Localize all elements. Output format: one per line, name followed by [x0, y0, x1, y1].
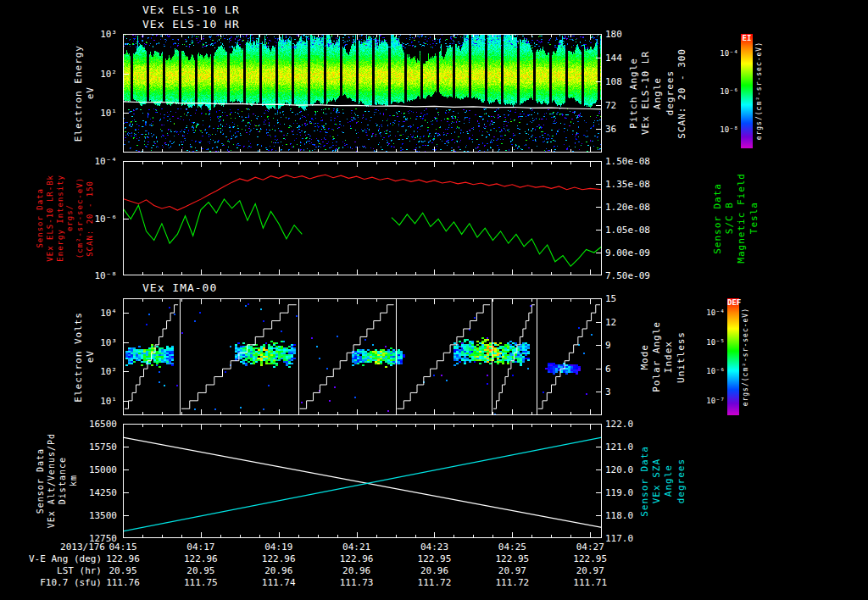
- p2-right-tick-label: 1.35e-08: [605, 180, 650, 189]
- vl-p4-left-line: VEx Alt/Venus/Pd: [47, 433, 57, 528]
- time-tick-label: 04:25: [498, 542, 526, 552]
- vl-p3-right-line: Mode: [639, 344, 650, 370]
- annotation-row-value: 122.96: [184, 554, 218, 564]
- panel3-right-axis-label: ModePolar AngleIndexUnitless: [639, 298, 687, 415]
- time-tick-label: 04:21: [342, 542, 370, 552]
- vl-p2-right-line: Magnetic Field: [736, 173, 747, 264]
- p1-left-tick-label: 10³: [100, 30, 117, 39]
- annotation-row-value: 122.96: [340, 554, 374, 564]
- vl-p4-left-line: Distance: [58, 457, 68, 504]
- vl-p3-right-line: Polar Angle: [651, 321, 662, 392]
- colorbar-els: EI: [741, 34, 753, 148]
- panel4-right-axis-label: Sensor DataVEx SZAAngledegrees: [639, 424, 687, 538]
- vl-p4-right-line: Sensor Data: [639, 446, 650, 517]
- p4-right-tick-label: 120.0: [605, 465, 633, 475]
- p2-left-tick-label: 10⁻⁶: [95, 214, 118, 223]
- p4-left-tick-label: 13500: [89, 511, 117, 520]
- vl-p3-left-line: eV: [85, 350, 96, 363]
- p4-left-tick-label: 15000: [89, 465, 117, 475]
- vl-p4-left-line: Sensor Data: [36, 448, 46, 514]
- p1-right-tick-label: 180: [605, 30, 622, 39]
- vl-p4-right-line: Angle: [663, 464, 674, 497]
- date-label: 2013/176: [60, 542, 105, 552]
- intensity-bfield-canvas: [123, 161, 602, 275]
- vl-p2-left-line: VEx ELS-10 LR-Bk: [46, 175, 55, 262]
- p3-right-tick-label: 9: [605, 341, 611, 350]
- p1-left-tick-label: 10¹: [100, 108, 117, 118]
- vl-p3-right-line: Unitless: [676, 331, 687, 383]
- vl-p2-left-line: (cm²-sr-sec-eV): [75, 177, 85, 258]
- p4-left-tick-label: 14250: [89, 488, 117, 497]
- p3-left-tick-label: 10¹: [100, 396, 117, 405]
- p2-left-tick-label: 10⁻⁸: [95, 271, 118, 281]
- vl-p2-left-line: ergs/: [65, 204, 75, 231]
- p1-right-tick-label: 144: [605, 53, 622, 63]
- annotation-row-value: 111.72: [418, 578, 452, 587]
- p1-right-tick-label: 36: [605, 125, 616, 134]
- p2-right-tick-label: 9.00e-09: [605, 248, 650, 258]
- colorbar-ima-gradient: [727, 298, 739, 415]
- vl-p2-left-line: Energy Intensity: [56, 175, 65, 262]
- p3-right-tick-label: 3: [605, 387, 611, 397]
- vl-p2-right-line: Tesla: [748, 202, 760, 234]
- p3-right-tick-label: 12: [605, 317, 616, 326]
- p3-right-tick-label: 6: [605, 364, 611, 373]
- colorbar-ima-label: DEF: [727, 299, 739, 307]
- p4-right-tick-label: 122.0: [605, 419, 633, 429]
- annotation-row-value: 122.95: [495, 554, 529, 564]
- panel2-right-axis-label: Sensor DataS/C BMagnetic FieldTesla: [712, 161, 760, 275]
- panel4-left-axis-label: Sensor DataVEx Alt/Venus/PdDistancekm: [36, 424, 79, 538]
- colorbar-els-label: EI: [741, 35, 753, 42]
- colorbar-tick-label: 10⁻⁴: [706, 309, 725, 317]
- p3-left-tick-label: 10⁴: [100, 308, 117, 318]
- p3-left-tick-label: 10³: [100, 337, 117, 347]
- vl-p2-left-line: Sensor Data: [36, 188, 45, 248]
- vl-p4-right-line: degrees: [676, 458, 687, 503]
- panel1-left-axis-label: Electron EnergyeV: [73, 34, 96, 153]
- vex-plot-screen: VEx ELS-10 LR VEx ELS-10 HR VEx IMA-00 E…: [0, 0, 868, 600]
- p4-right-tick-label: 121.0: [605, 442, 633, 452]
- annotation-row-value: 111.75: [184, 578, 218, 587]
- annotation-row-value: 122.95: [418, 554, 452, 564]
- annotation-row-label: F10.7 (sfu): [40, 578, 102, 587]
- annotation-row-label: LST (hr): [57, 566, 102, 575]
- panel2-left-axis-label: Sensor DataVEx ELS-10 LR-BkEnergy Intens…: [36, 161, 95, 275]
- annotation-row-value: 122.95: [573, 554, 607, 564]
- annotation-row-value: 20.95: [186, 566, 214, 575]
- vl-p1-left-line: eV: [85, 86, 96, 99]
- time-tick-label: 04:15: [108, 542, 136, 552]
- p4-right-tick-label: 117.0: [605, 534, 633, 543]
- p2-right-tick-label: 1.20e-08: [605, 203, 650, 212]
- annotation-row-value: 111.74: [262, 578, 296, 587]
- time-tick-label: 04:23: [420, 542, 448, 552]
- annotation-row-value: 111.72: [495, 578, 529, 587]
- colorbar-tick-label: 10⁻⁴: [720, 49, 738, 57]
- colorbar-tick-label: 10⁻⁶: [720, 87, 738, 95]
- p2-right-tick-label: 1.50e-08: [605, 157, 650, 166]
- panel1-title-lr: VEx ELS-10 LR: [142, 4, 240, 15]
- p3-left-tick-label: 10²: [100, 367, 117, 376]
- colorbar-tick-label: 10⁻⁷: [706, 397, 725, 404]
- p2-right-tick-label: 1.05e-08: [605, 225, 650, 235]
- panel1-right-axis-label: Pitch AngleVEx ELS-10 LRAngledegreesSCAN…: [628, 34, 687, 153]
- p2-left-tick-label: 10⁻⁴: [95, 157, 118, 166]
- annotation-row-value: 20.97: [498, 566, 526, 575]
- time-tick-label: 04:27: [576, 542, 604, 552]
- colorbar-unit-label: ergs/(cm²-sr-sec-eV): [755, 34, 764, 148]
- ima-spectrogram-canvas: [123, 298, 602, 415]
- p3-right-tick-label: 15: [605, 294, 616, 303]
- p1-right-tick-label: 72: [605, 101, 616, 110]
- colorbar-tick-label: 10⁻⁸: [720, 125, 738, 133]
- p1-left-tick-label: 10²: [100, 69, 117, 78]
- annotation-row-value: 20.96: [264, 566, 292, 575]
- p1-right-tick-label: 108: [605, 77, 622, 86]
- altitude-sza-canvas: [123, 424, 602, 538]
- panel3-title: VEx IMA-00: [142, 282, 217, 293]
- annotation-row-value: 20.96: [420, 566, 448, 575]
- colorbar-tick-label: 10⁻⁵: [706, 338, 725, 346]
- annotation-row-value: 122.96: [106, 554, 140, 564]
- vl-p4-right-line: VEx SZA: [651, 458, 662, 503]
- p4-left-tick-label: 15750: [89, 442, 117, 452]
- vl-p1-left-line: Electron Energy: [73, 45, 84, 142]
- colorbar-unit-text: ergs/(cm²-sr-sec-eV): [742, 308, 750, 406]
